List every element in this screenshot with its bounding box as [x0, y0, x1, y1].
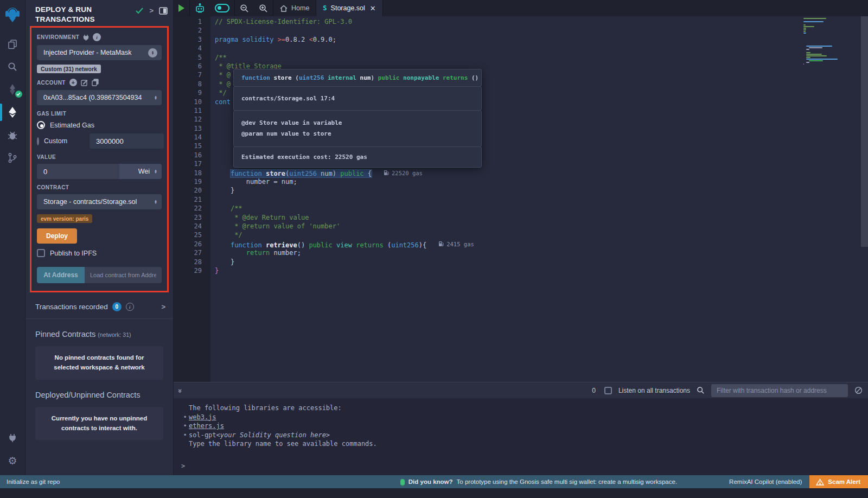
terminal-line[interactable]: •web3.js	[181, 413, 868, 422]
editor-scrollbar[interactable]	[861, 16, 868, 247]
terminal-link[interactable]: ethers.js	[189, 422, 224, 431]
solidity-compiler-icon[interactable]	[0, 80, 25, 99]
line-number: 16	[174, 151, 210, 159]
run-script-button[interactable]	[174, 0, 189, 16]
ai-copilot-button[interactable]	[190, 0, 210, 16]
line-number: 10	[174, 98, 210, 106]
environment-select[interactable]: Injected Provider - MetaMask ▲▼	[37, 45, 162, 60]
pin-panel-icon[interactable]	[159, 7, 168, 15]
tooltip-doc: @dev Store value in variable @param num …	[233, 110, 482, 147]
sign-message-icon[interactable]	[81, 79, 88, 86]
file-explorer-icon[interactable]	[0, 35, 25, 53]
at-address-input[interactable]	[85, 267, 162, 283]
collapse-panel-icon[interactable]: >	[149, 7, 154, 15]
copy-address-icon[interactable]	[92, 79, 99, 86]
search-icon[interactable]	[0, 58, 25, 76]
environment-info-icon[interactable]: i	[93, 33, 101, 41]
custom-gas-radio[interactable]	[37, 137, 39, 145]
settings-icon[interactable]: ⚙	[0, 451, 25, 470]
robot-icon	[195, 3, 205, 14]
value-unit-select[interactable]: Wei ▲▼	[119, 164, 162, 179]
line-number: 25	[174, 231, 210, 239]
tooltip-signature: function store (uint256 internal num) pu…	[233, 69, 482, 87]
at-address-button[interactable]: At Address	[37, 267, 85, 283]
terminal-output[interactable]: The following libraries are accessible:•…	[174, 398, 868, 475]
code-line: 26 function retrieve() public view retur…	[174, 240, 868, 248]
code-line: 1// SPDX-License-Identifier: GPL-3.0	[174, 17, 868, 26]
status-bar: Initialize as git repo Did you know? To …	[0, 475, 868, 488]
code-line: 21	[174, 195, 868, 204]
tab-storage-sol[interactable]: S Storage.sol ✕	[316, 0, 382, 16]
listen-transactions-checkbox[interactable]	[604, 387, 612, 394]
home-icon	[280, 5, 288, 12]
panel-title: DEPLOY & RUN TRANSACTIONS	[35, 5, 122, 24]
scam-alert-button[interactable]: Scam Alert	[809, 475, 868, 488]
account-select[interactable]: 0xA03...85ac4 (0.398673504934 ▲▼	[37, 90, 162, 105]
expand-transactions-icon[interactable]: >	[161, 303, 165, 311]
line-number: 2	[174, 26, 210, 35]
transactions-recorded-row[interactable]: Transactions recorded 0 i >	[25, 295, 173, 319]
value-input[interactable]	[37, 164, 119, 179]
tooltip-gas-estimate: Estimated execution cost: 22520 gas	[233, 146, 482, 168]
remix-logo[interactable]	[0, 3, 25, 26]
publish-ipfs-checkbox[interactable]	[37, 249, 45, 257]
solidity-file-icon: S	[323, 4, 327, 12]
terminal-line[interactable]: •ethers.js	[181, 422, 868, 431]
code-line: 24 * @return value of 'number'	[174, 222, 868, 231]
clear-console-icon[interactable]	[854, 386, 863, 394]
tab-home[interactable]: Home	[273, 0, 316, 16]
line-number: 7	[174, 71, 210, 79]
app-root: ⚙ DEPLOY & RUN TRANSACTIONS > ENVIRONMEN…	[0, 0, 868, 475]
copilot-status[interactable]: RemixAI Copilot (enabled)	[729, 478, 802, 485]
terminal-link[interactable]: web3.js	[189, 413, 216, 422]
estimated-gas-option[interactable]: Estimated Gas	[37, 121, 162, 129]
code-editor[interactable]: 1// SPDX-License-Identifier: GPL-3.023pr…	[174, 16, 868, 382]
transactions-info-icon[interactable]: i	[126, 303, 134, 311]
editor-minimap[interactable]	[803, 18, 838, 65]
tooltip-location: contracts/Storage.sol 17:4	[233, 86, 482, 111]
line-number: 29	[174, 266, 210, 275]
line-number: 3	[174, 35, 210, 44]
add-account-icon[interactable]: +	[69, 79, 77, 86]
contract-select[interactable]: Storage - contracts/Storage.sol ▲▼	[37, 194, 162, 209]
evm-version-badge: evm version: paris	[37, 214, 92, 223]
git-init-status[interactable]: Initialize as git repo	[0, 478, 60, 485]
line-number: 15	[174, 142, 210, 150]
copilot-toggle[interactable]	[210, 0, 234, 16]
zoom-out-button[interactable]	[235, 0, 254, 16]
stepper-icon: ▲▼	[154, 95, 157, 100]
environment-label: ENVIRONMENT i	[37, 33, 162, 41]
deploy-button[interactable]: Deploy	[37, 228, 77, 244]
terminal-prompt[interactable]: >	[181, 462, 185, 470]
editor-toolbar: Home S Storage.sol ✕	[174, 0, 868, 16]
debugger-icon[interactable]	[0, 126, 25, 144]
line-number: 1	[174, 17, 210, 26]
estimated-gas-radio[interactable]	[37, 121, 45, 129]
terminal-search-icon[interactable]	[697, 386, 705, 394]
publish-to-ipfs-option[interactable]: Publish to IPFS	[37, 249, 162, 257]
toggle-on-icon	[215, 4, 229, 12]
git-icon[interactable]	[0, 149, 25, 167]
line-number: 8	[174, 80, 210, 88]
line-number: 22	[174, 204, 210, 213]
custom-gas-input[interactable]	[90, 133, 164, 149]
zoom-in-button[interactable]	[254, 0, 273, 16]
plugin-manager-icon[interactable]	[0, 429, 25, 447]
deploy-form-annotated-region: ENVIRONMENT i Injected Provider - MetaMa…	[30, 26, 169, 292]
line-number: 17	[174, 159, 210, 168]
line-number: 19	[174, 177, 210, 186]
stepper-icon: ▲▼	[154, 169, 157, 174]
close-tab-icon[interactable]: ✕	[370, 4, 376, 12]
code-line: 4	[174, 44, 868, 53]
compile-success-badge	[15, 91, 22, 98]
custom-gas-option[interactable]: Custom	[37, 133, 162, 149]
transaction-filter-input[interactable]	[711, 384, 848, 397]
transactions-count-badge: 0	[112, 302, 122, 311]
deploy-and-run-icon[interactable]	[0, 103, 25, 122]
did-you-know-tip: Did you know? To prototype using the Gno…	[400, 478, 677, 485]
code-line: 29}	[174, 266, 868, 275]
line-number: 9	[174, 88, 210, 97]
plug-icon[interactable]	[83, 34, 89, 41]
expand-terminal-icon[interactable]: »	[176, 389, 184, 392]
code-line: 27 return number;	[174, 248, 868, 257]
